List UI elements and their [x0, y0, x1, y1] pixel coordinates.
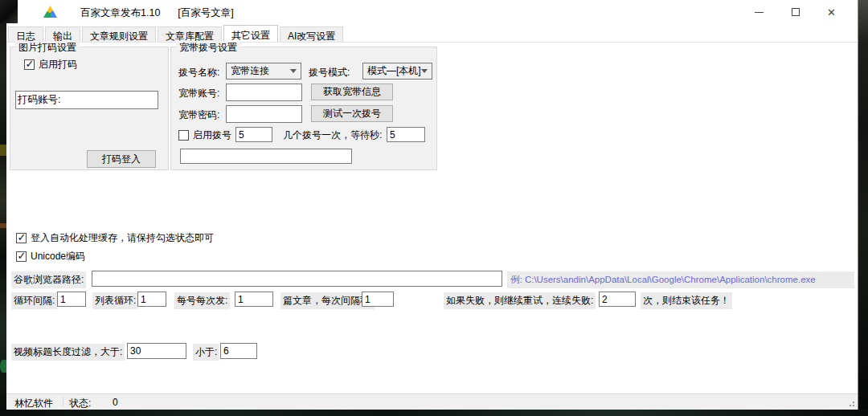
dial-mode-select[interactable]: 模式—[本机] — [362, 63, 432, 80]
close-icon: ✕ — [827, 7, 836, 18]
cache-option-row: 登入自动化处理缓存，请保持勾选状态即可 — [16, 231, 214, 245]
get-broadband-info-button[interactable]: 获取宽带信息 — [311, 84, 393, 100]
status-label: 状态: — [69, 397, 91, 410]
status-value: 0 — [113, 397, 118, 408]
desktop-icon-sliver — [0, 223, 6, 228]
chrome-path-hint: 例: C:\Users\andin\AppData\Local\Google\C… — [507, 271, 854, 288]
dial-mode-label: 拨号模式: — [309, 66, 350, 80]
app-title: 百家文章发布1.10 — [80, 7, 160, 18]
per-account-input[interactable] — [235, 292, 273, 307]
statusbar-separator — [63, 397, 63, 407]
tab-log[interactable]: 日志 — [8, 27, 43, 42]
app-window: 百家文章发布1.10[百家号文章] ✕ 日志 输出 文章规则设置 文章库配置 其… — [6, 0, 858, 410]
dial-count-input[interactable] — [235, 127, 272, 142]
captcha-settings-group: 图片打码设置 启用打码 打码账号: 打码登入 — [10, 47, 169, 170]
minimize-icon — [755, 12, 764, 13]
maximize-icon — [792, 8, 800, 16]
close-button[interactable]: ✕ — [813, 0, 850, 24]
captcha-account-label: 打码账号: — [16, 93, 60, 107]
cache-label: 登入自动化处理缓存，请保持勾选状态即可 — [31, 231, 214, 245]
window-controls: ✕ — [741, 0, 850, 24]
chevron-down-icon — [290, 69, 297, 73]
fail-count-input[interactable] — [599, 292, 636, 307]
article-gap-input[interactable] — [362, 292, 394, 307]
window-title: 百家文章发布1.10[百家号文章] — [80, 6, 234, 20]
enable-captcha-label: 启用打码 — [39, 58, 77, 71]
dial-name-select[interactable]: 宽带连接 — [226, 63, 301, 80]
desktop-background-corner — [0, 0, 18, 23]
video-title-lt-label: 小于: — [193, 344, 219, 361]
captcha-account-input[interactable] — [60, 92, 158, 108]
unicode-checkbox[interactable] — [16, 251, 27, 262]
tab-article-rules[interactable]: 文章规则设置 — [82, 27, 156, 42]
chevron-down-icon — [421, 69, 428, 73]
brand-label: 林忆软件 — [14, 397, 53, 410]
tab-bar: 日志 输出 文章规则设置 文章库配置 其它设置 AI改写设置 — [8, 25, 345, 42]
tab-ai-rewrite[interactable]: AI改写设置 — [280, 27, 343, 42]
fail-retry-label: 如果失败，则继续重试，连续失败: — [444, 292, 596, 309]
titlebar[interactable]: 百家文章发布1.10[百家号文章] ✕ — [6, 0, 858, 24]
video-title-lt-input[interactable] — [220, 343, 257, 359]
minimize-button[interactable] — [741, 0, 777, 24]
enable-dial-label: 启用拨号 — [193, 128, 231, 142]
dial-wait-label: 几个拨号一次，等待秒: — [283, 128, 382, 142]
unicode-option-row: Unicode编码 — [16, 250, 85, 263]
loop-interval-label: 循环间隔: — [11, 292, 57, 309]
dial-settings-group: 宽带拨号设置 拨号名称: 宽带连接 拨号模式: 模式—[本机] 宽带账号: 获取… — [170, 47, 437, 170]
captcha-account-box: 打码账号: — [15, 91, 158, 109]
list-loop-label: 列表循环: — [92, 292, 138, 309]
video-title-gt-input[interactable] — [127, 343, 186, 359]
desktop-icon-sliver — [0, 360, 6, 373]
taskbar-strip — [0, 410, 868, 416]
tab-content-divider — [6, 42, 858, 43]
list-loop-input[interactable] — [137, 292, 166, 307]
dial-extra-input[interactable] — [180, 149, 352, 164]
maximize-button[interactable] — [777, 0, 813, 24]
test-dial-button[interactable]: 测试一次拨号 — [311, 105, 393, 122]
broadband-account-input[interactable] — [226, 84, 302, 101]
enable-dial-checkbox[interactable] — [178, 130, 189, 141]
fail-suffix-label: 次，则结束该任务！ — [641, 292, 732, 309]
app-icon — [43, 6, 57, 18]
captcha-login-button[interactable]: 打码登入 — [87, 150, 156, 168]
tab-article-library[interactable]: 文章库配置 — [158, 27, 222, 42]
enable-captcha-row: 启用打码 — [24, 58, 77, 71]
desktop-background-right — [858, 0, 868, 416]
resize-grip[interactable] — [847, 399, 855, 407]
article-gap-label: 篇文章，每次间隔秒: — [280, 292, 375, 309]
dial-group-title: 宽带拨号设置 — [176, 41, 240, 55]
dial-name-label: 拨号名称: — [178, 66, 219, 80]
dial-mode-value: 模式—[本机] — [367, 64, 421, 78]
enable-captcha-checkbox[interactable] — [24, 59, 35, 70]
dial-name-value: 宽带连接 — [231, 64, 269, 78]
chrome-path-input[interactable] — [92, 271, 502, 287]
loop-interval-input[interactable] — [57, 292, 86, 307]
tab-output[interactable]: 输出 — [45, 27, 80, 42]
broadband-account-label: 宽带账号: — [178, 87, 219, 100]
desktop-icon-sliver — [0, 145, 6, 156]
captcha-group-title: 图片打码设置 — [15, 41, 80, 55]
chrome-path-label: 谷歌浏览器路径: — [11, 271, 86, 288]
status-bar: 林忆软件 状态: 0 — [6, 394, 858, 410]
per-account-label: 每号每次发: — [174, 292, 230, 309]
broadband-password-input[interactable] — [226, 105, 302, 123]
tab-other-settings[interactable]: 其它设置 — [223, 25, 278, 42]
broadband-password-label: 宽带密码: — [178, 108, 219, 122]
enable-dial-row: 启用拨号 — [178, 128, 231, 142]
document-title: [百家号文章] — [178, 7, 233, 18]
unicode-label: Unicode编码 — [31, 250, 85, 263]
dial-wait-input[interactable] — [387, 127, 425, 142]
desktop-background-left — [0, 0, 6, 416]
cache-checkbox[interactable] — [16, 233, 27, 243]
video-title-filter-label: 视频标题长度过滤，大于: — [11, 344, 125, 361]
